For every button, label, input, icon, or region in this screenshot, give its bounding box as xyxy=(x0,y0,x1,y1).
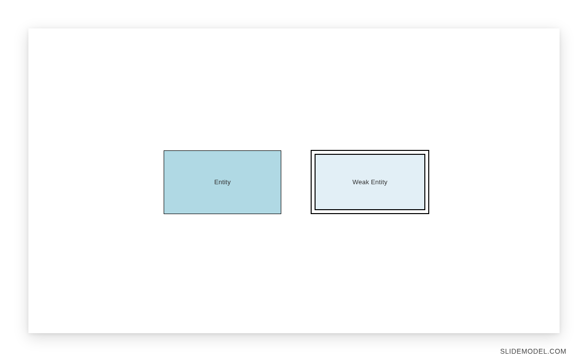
weak-entity-label: Weak Entity xyxy=(352,178,387,186)
watermark-text: SLIDEMODEL.COM xyxy=(500,347,566,355)
entity-shape: Entity xyxy=(164,150,281,214)
weak-entity-inner: Weak Entity xyxy=(315,154,425,210)
entity-label: Entity xyxy=(214,178,231,186)
diagram-container: Entity Weak Entity xyxy=(164,150,429,214)
slide-canvas: Entity Weak Entity xyxy=(28,28,560,333)
weak-entity-shape: Weak Entity xyxy=(311,150,429,214)
